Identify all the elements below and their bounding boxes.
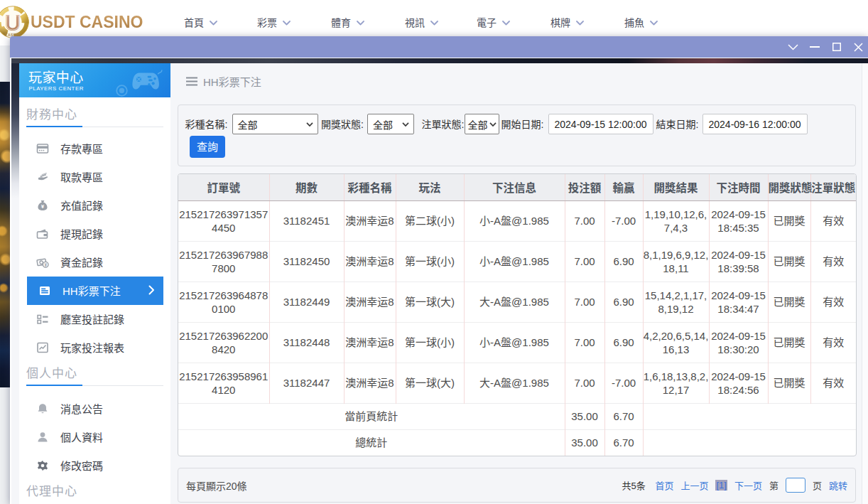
svg-text:U: U	[6, 11, 21, 34]
svg-text:¥: ¥	[44, 262, 47, 267]
svg-text:¥: ¥	[41, 203, 45, 209]
